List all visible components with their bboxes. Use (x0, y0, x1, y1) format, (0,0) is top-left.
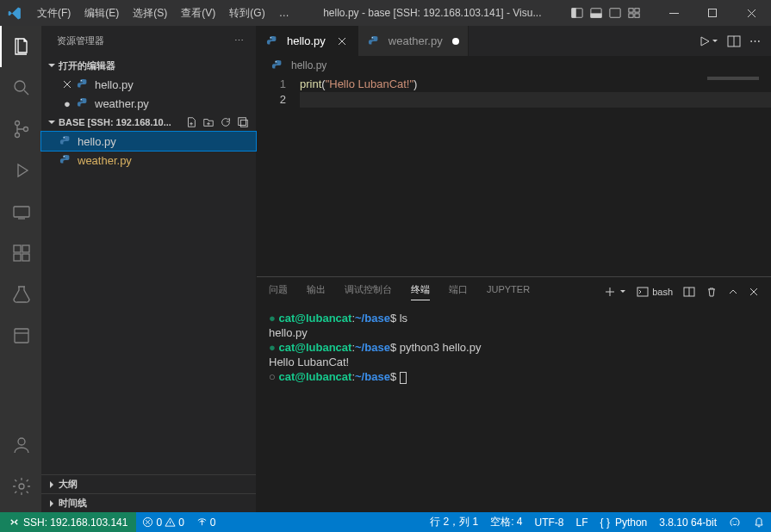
menu-bar: 文件(F) 编辑(E) 选择(S) 查看(V) 转到(G) … (30, 0, 296, 26)
editor-tab[interactable]: hello.py (257, 26, 358, 56)
svg-rect-17 (14, 254, 21, 261)
status-encoding[interactable]: UTF-8 (529, 512, 570, 532)
svg-rect-3 (591, 14, 601, 17)
collapse-icon[interactable] (235, 114, 251, 130)
new-file-icon[interactable] (183, 114, 199, 130)
panel-tab-debug[interactable]: 调试控制台 (345, 283, 392, 300)
python-file-icon (59, 153, 72, 167)
activity-explorer[interactable] (0, 26, 41, 67)
menu-file[interactable]: 文件(F) (30, 0, 78, 26)
activity-debug[interactable] (0, 150, 41, 191)
svg-point-29 (270, 37, 271, 38)
layout-left-icon[interactable] (569, 4, 586, 22)
menu-view[interactable]: 查看(V) (174, 0, 222, 26)
maximize-panel-icon[interactable] (728, 287, 738, 297)
svg-point-27 (64, 137, 65, 138)
maximize-button[interactable] (693, 0, 732, 26)
layout-right-icon[interactable] (606, 4, 624, 22)
activity-extensions[interactable] (0, 232, 41, 274)
new-folder-icon[interactable] (201, 114, 216, 130)
activity-account[interactable] (0, 424, 41, 466)
layout-custom-icon[interactable] (625, 4, 643, 22)
menu-more[interactable]: … (272, 0, 296, 26)
panel-tab-terminal[interactable]: 终端 (411, 283, 430, 300)
status-remote[interactable]: SSH: 192.168.103.141 (0, 512, 136, 532)
workspace-header[interactable]: BASE [SSH: 192.168.10... (41, 113, 256, 132)
chevron-down-icon (45, 115, 59, 129)
svg-point-13 (16, 133, 20, 138)
panel-tabs: 问题 输出 调试控制台 终端 端口 JUPYTER bash (257, 277, 771, 306)
activity-settings[interactable] (0, 466, 41, 507)
file-tree-item[interactable]: weather.py (41, 151, 256, 170)
status-radio[interactable]: 0 (190, 512, 222, 532)
new-terminal-icon[interactable] (604, 286, 626, 298)
file-name: hello.py (95, 78, 134, 91)
status-indent[interactable]: 空格: 4 (484, 512, 528, 532)
status-python[interactable]: 3.8.10 64-bit (653, 512, 723, 532)
refresh-icon[interactable] (218, 114, 233, 130)
split-editor-icon[interactable] (727, 34, 741, 48)
svg-rect-16 (14, 245, 21, 252)
split-terminal-icon[interactable] (683, 286, 695, 298)
svg-rect-25 (239, 118, 246, 126)
file-name: weather.py (78, 154, 132, 167)
svg-point-12 (16, 121, 20, 126)
python-file-icon (367, 34, 381, 48)
file-tree-item[interactable]: hello.py (41, 132, 256, 151)
panel-tab-ports[interactable]: 端口 (449, 283, 468, 300)
svg-point-11 (15, 81, 25, 91)
svg-rect-18 (22, 254, 29, 261)
outline-header[interactable]: 大纲 (41, 474, 256, 493)
panel-tab-problems[interactable]: 问题 (269, 283, 288, 300)
status-problems[interactable]: 0 0 (136, 512, 190, 532)
window-title: hello.py - base [SSH: 192.168.103.141] -… (296, 7, 569, 19)
python-file-icon (270, 59, 284, 72)
code-content[interactable]: print("Hello LubanCat!") (300, 75, 771, 276)
activity-search[interactable] (0, 67, 41, 108)
status-eol[interactable]: LF (570, 512, 594, 532)
terminal[interactable]: ● cat@lubancat:~/base$ lshello.py● cat@l… (257, 306, 771, 512)
close-tab-icon[interactable] (335, 34, 349, 48)
breadcrumb[interactable]: hello.py (257, 56, 771, 75)
panel-tab-jupyter[interactable]: JUPYTER (487, 284, 530, 299)
minimize-button[interactable] (655, 0, 693, 26)
more-actions-icon[interactable]: ⋯ (749, 34, 761, 47)
menu-select[interactable]: 选择(S) (126, 0, 174, 26)
line-gutter: 1 2 (257, 75, 300, 276)
minimap[interactable] (707, 77, 759, 80)
chevron-right-icon (45, 497, 59, 510)
svg-point-21 (18, 438, 25, 445)
panel-tab-output[interactable]: 输出 (307, 283, 326, 300)
python-file-icon (76, 96, 90, 110)
activity-item[interactable] (0, 315, 41, 356)
run-icon[interactable] (698, 34, 718, 48)
open-editors-header[interactable]: 打开的编辑器 (41, 56, 256, 75)
vscode-logo-icon (0, 6, 30, 21)
menu-edit[interactable]: 编辑(E) (78, 0, 126, 26)
close-panel-icon[interactable] (749, 287, 759, 297)
open-editor-item[interactable]: hello.py (41, 75, 256, 94)
explorer-title: 资源管理器 (57, 34, 104, 47)
status-feedback-icon[interactable] (723, 512, 747, 532)
close-button[interactable] (732, 0, 771, 26)
timeline-header[interactable]: 时间线 (41, 493, 256, 512)
explorer-more-icon[interactable]: ⋯ (231, 35, 247, 46)
editor-tab[interactable]: weather.py (358, 26, 469, 56)
terminal-profile[interactable]: bash (637, 286, 673, 298)
activity-remote[interactable] (0, 191, 41, 232)
close-icon[interactable] (60, 78, 74, 91)
code-editor[interactable]: 1 2 print("Hello LubanCat!") (257, 75, 771, 276)
svg-point-28 (64, 156, 65, 157)
status-language[interactable]: { }Python (594, 512, 654, 532)
svg-rect-6 (635, 9, 639, 12)
open-editor-item[interactable]: ● weather.py (41, 94, 256, 113)
menu-goto[interactable]: 转到(G) (222, 0, 271, 26)
layout-bottom-icon[interactable] (588, 4, 605, 22)
kill-terminal-icon[interactable] (706, 286, 718, 298)
activity-testing[interactable] (0, 274, 41, 315)
activity-scm[interactable] (0, 108, 41, 150)
status-bell-icon[interactable] (747, 512, 771, 532)
modified-dot-icon (452, 38, 459, 45)
bottom-panel: 问题 输出 调试控制台 终端 端口 JUPYTER bash ● cat@lub… (257, 276, 771, 512)
status-cursor[interactable]: 行 2，列 1 (424, 512, 484, 532)
